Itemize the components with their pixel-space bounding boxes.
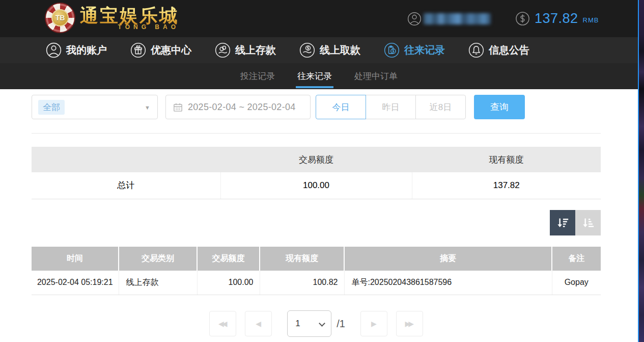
cell-transaction-type: 线上存款 (119, 271, 197, 295)
top-header: TB 通宝娱乐城 TONG BAO 137.82 RMB (0, 0, 638, 37)
table-row: 2025-02-04 05:19:21 线上存款 100.00 100.82 单… (32, 271, 601, 295)
page-select[interactable]: 1 (287, 310, 331, 337)
site-logo[interactable]: TB 通宝娱乐城 TONG BAO (45, 3, 179, 33)
gift-icon (130, 42, 146, 58)
coin-dollar-icon (515, 11, 530, 26)
header-time: 时间 (32, 247, 119, 271)
cell-remark: Gopay (552, 271, 601, 295)
chevron-down-icon: ▼ (145, 104, 150, 111)
summary-total-label: 总计 (32, 172, 220, 199)
section-divider (32, 133, 601, 134)
sort-descending-icon (555, 216, 570, 230)
nav-item-transaction-records[interactable]: 往来记录 (384, 42, 445, 58)
selected-type-tag: 全部 (38, 100, 65, 115)
tab-processing-orders[interactable]: 处理中订单 (353, 63, 399, 89)
page-select-value: 1 (295, 319, 300, 329)
sort-descending-button[interactable] (550, 210, 575, 235)
total-pages-label: /1 (337, 318, 345, 330)
header-current-amount: 现有额度 (260, 247, 344, 271)
sort-controls (32, 210, 601, 235)
site-title: 通宝娱乐城 (80, 6, 179, 26)
cell-time: 2025-02-04 05:19:21 (32, 271, 119, 295)
cell-current-amount: 100.82 (260, 271, 344, 295)
summary-total-transaction-amount: 100.00 (220, 172, 412, 199)
quick-date-button-group: 今日 昨日 近8日 (316, 95, 466, 119)
balance-currency: RMB (583, 16, 599, 24)
last-page-button[interactable]: ▶▶ (396, 311, 423, 336)
nav-item-my-account[interactable]: 我的账户 (46, 42, 107, 58)
tab-transaction-records[interactable]: 往来记录 (296, 63, 333, 89)
last-8-days-button[interactable]: 近8日 (415, 95, 466, 119)
transaction-type-select[interactable]: 全部 ▼ (32, 95, 158, 119)
chip-monogram: TB (51, 9, 69, 27)
background-window-edge (638, 0, 644, 342)
nav-item-announcements[interactable]: 信息公告 (468, 42, 529, 58)
nav-item-online-deposit[interactable]: 线上存款 (215, 42, 276, 58)
withdraw-icon (299, 42, 315, 58)
cell-summary: 单号:202502043861587596 (344, 271, 552, 295)
summary-header-empty (32, 147, 220, 172)
casino-chip-icon: TB (45, 3, 75, 33)
first-page-button[interactable]: ◀◀ (209, 311, 236, 336)
account-user-area[interactable] (407, 0, 491, 37)
deposit-icon (215, 42, 231, 58)
records-table: 时间 交易类别 交易额度 现有额度 摘要 备注 2025-02-04 05:19… (32, 247, 601, 296)
header-summary: 摘要 (344, 247, 552, 271)
next-page-button[interactable]: ▶ (360, 311, 387, 336)
nav-item-promotions[interactable]: 优惠中心 (130, 42, 191, 58)
summary-table: 交易额度 现有额度 总计 100.00 137.82 (32, 147, 601, 199)
main-nav: 我的账户 优惠中心 线上存款 线上取款 往来记录 (0, 37, 638, 63)
user-avatar-icon (407, 12, 422, 26)
chevron-down-icon (319, 320, 325, 327)
sort-ascending-button[interactable] (575, 210, 601, 235)
records-header-row: 时间 交易类别 交易额度 现有额度 摘要 备注 (32, 247, 601, 271)
balance-area: 137.82 RMB (515, 0, 599, 37)
summary-header-current-amount: 现有额度 (412, 147, 601, 172)
site-subtitle: TONG BAO (80, 23, 179, 31)
pagination: ◀◀ ◀ 1 /1 ▶ ▶▶ (32, 310, 601, 337)
search-button[interactable]: 查询 (474, 95, 525, 119)
tab-betting-records[interactable]: 投注记录 (239, 63, 276, 89)
transaction-records-page: TB 通宝娱乐城 TONG BAO 137.82 RMB (0, 0, 644, 342)
subtab-bar: 投注记录 往来记录 处理中订单 (0, 63, 638, 89)
today-button[interactable]: 今日 (316, 95, 366, 119)
filter-row: 全部 ▼ 2025-02-04 ~ 2025-02-04 今日 昨日 近8日 查… (32, 95, 601, 119)
records-icon (384, 42, 400, 58)
content-area: 全部 ▼ 2025-02-04 ~ 2025-02-04 今日 昨日 近8日 查… (32, 89, 601, 337)
prev-page-button[interactable]: ◀ (245, 311, 272, 336)
header-transaction-amount: 交易额度 (197, 247, 260, 271)
yesterday-button[interactable]: 昨日 (366, 95, 416, 119)
username-blurred (424, 13, 491, 24)
cell-transaction-amount: 100.00 (197, 271, 260, 295)
bell-icon (468, 42, 484, 58)
summary-header-row: 交易额度 现有额度 (32, 147, 601, 172)
sort-ascending-icon (581, 216, 595, 230)
header-transaction-type: 交易类别 (119, 247, 197, 271)
date-range-value: 2025-02-04 ~ 2025-02-04 (188, 102, 296, 113)
user-icon (46, 42, 62, 58)
calendar-icon (173, 102, 183, 113)
summary-total-row: 总计 100.00 137.82 (32, 172, 601, 199)
balance-amount: 137.82 (535, 11, 578, 27)
summary-header-transaction-amount: 交易额度 (220, 147, 412, 172)
summary-total-current-amount: 137.82 (412, 172, 601, 199)
header-remark: 备注 (552, 247, 601, 271)
nav-item-online-withdraw[interactable]: 线上取款 (299, 42, 360, 58)
date-range-input[interactable]: 2025-02-04 ~ 2025-02-04 (165, 95, 311, 119)
